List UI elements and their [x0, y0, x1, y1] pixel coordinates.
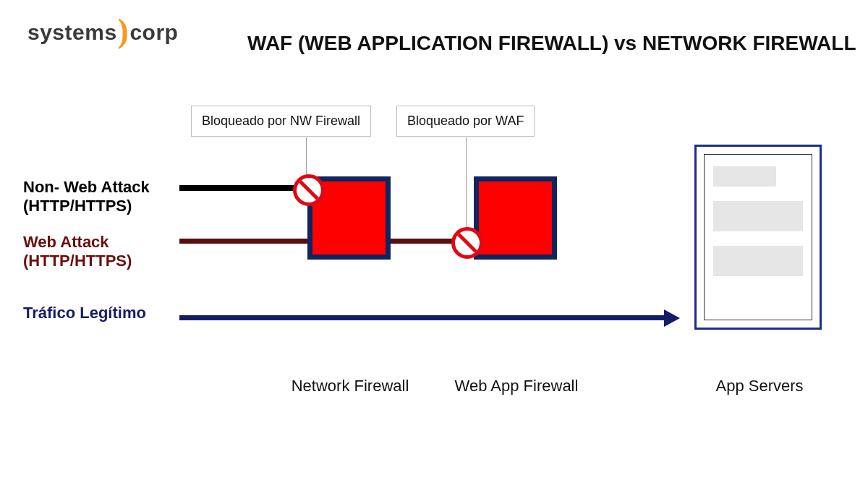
- logo-right-text: corp: [129, 20, 178, 45]
- server-row: [713, 246, 803, 276]
- app-server-box: [694, 145, 822, 330]
- server-row: [713, 166, 776, 187]
- label-app-servers: App Servers: [687, 376, 832, 396]
- line-legit-traffic: [179, 315, 664, 320]
- logo-paren-icon: ): [118, 20, 129, 42]
- legend-non-web-attack: Non- Web Attack (HTTP/HTTPS): [23, 178, 175, 216]
- block-icon-waf: [451, 227, 483, 259]
- diagram-stage: systems ) corp WAF (WEB APPLICATION FIRE…: [0, 0, 868, 496]
- legend-legit-traffic: Tráfico Legítimo: [23, 304, 175, 322]
- leader-line-nw: [306, 137, 307, 179]
- app-server-inner: [704, 154, 812, 320]
- brand-logo: systems ) corp: [27, 20, 178, 45]
- page-title: WAF (WEB APPLICATION FIREWALL) vs NETWOR…: [247, 32, 856, 55]
- label-webapp-firewall: Web App Firewall: [444, 376, 589, 396]
- label-network-firewall: Network Firewall: [278, 376, 422, 396]
- leader-line-waf: [466, 137, 467, 231]
- line-non-web-attack: [179, 185, 310, 191]
- callout-waf-block: Bloqueado por WAF: [396, 106, 535, 137]
- block-icon-nw: [293, 174, 325, 206]
- legend-web-attack: Web Attack (HTTP/HTTPS): [23, 233, 175, 271]
- server-row: [713, 201, 803, 231]
- logo-left-text: systems: [27, 20, 117, 45]
- callout-nw-firewall-block: Bloqueado por NW Firewall: [191, 106, 371, 137]
- webapp-firewall-box: [474, 176, 557, 260]
- arrowhead-icon: [664, 309, 680, 327]
